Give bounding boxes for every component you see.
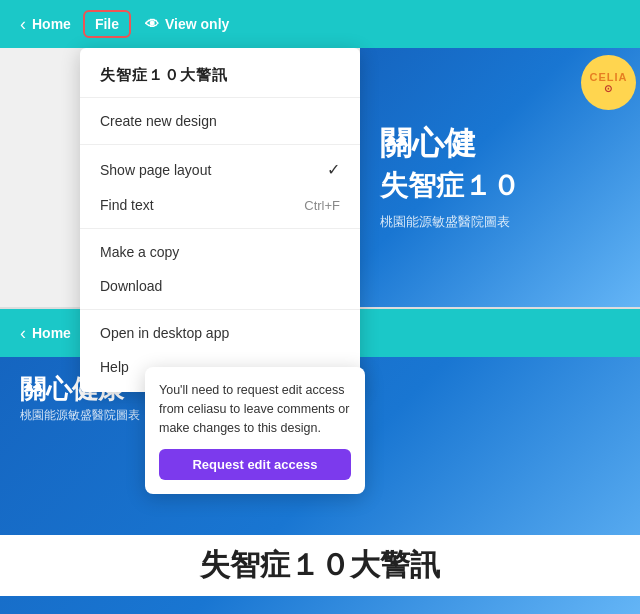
dropdown-title: 失智症１０大警訊 [80, 56, 360, 91]
menu-item-label: Download [100, 278, 162, 294]
chevron-left-icon: ‹ [20, 323, 26, 344]
celia-name: CELIA [590, 71, 628, 83]
tooltip-text: You'll need to request edit access from … [159, 381, 351, 437]
celia-logo: CELIA ⊙ [581, 55, 636, 110]
divider-2 [80, 144, 360, 145]
menu-item-open-desktop[interactable]: Open in desktop app [80, 316, 360, 350]
canvas-main-text: 關心健 [380, 124, 476, 162]
menu-item-find-text[interactable]: Find text Ctrl+F [80, 188, 360, 222]
view-only-nav-item[interactable]: 👁 View only [135, 12, 239, 36]
request-edit-access-button[interactable]: Request edit access [159, 449, 351, 480]
view-only-label: View only [165, 16, 229, 32]
menu-item-label: Create new design [100, 113, 217, 129]
menu-item-create-new-design[interactable]: Create new design [80, 104, 360, 138]
bottom-home-back-button[interactable]: ‹ Home [12, 319, 79, 348]
home-label: Home [32, 325, 71, 341]
menu-item-label: Open in desktop app [100, 325, 229, 341]
menu-item-make-copy[interactable]: Make a copy [80, 235, 360, 269]
check-icon: ✓ [327, 160, 340, 179]
menu-item-label: Help [100, 359, 129, 375]
menu-item-label: Find text [100, 197, 154, 213]
edit-access-tooltip: You'll need to request edit access from … [145, 367, 365, 494]
shortcut-label: Ctrl+F [304, 198, 340, 213]
menu-item-label: Make a copy [100, 244, 179, 260]
divider-3 [80, 228, 360, 229]
menu-item-label: Show page layout [100, 162, 211, 178]
menu-item-download[interactable]: Download [80, 269, 360, 303]
canvas-sub-text: 桃園能源敏盛醫院圖表 [380, 213, 510, 231]
file-dropdown-menu: 失智症１０大警訊 Create new design Show page lay… [80, 48, 360, 392]
home-label: Home [32, 16, 71, 32]
chevron-left-icon: ‹ [20, 14, 26, 35]
file-label: File [95, 16, 119, 32]
menu-item-show-page-layout[interactable]: Show page layout ✓ [80, 151, 360, 188]
canvas-bottom-title: 失智症１０大警訊 [0, 535, 640, 596]
divider-4 [80, 309, 360, 310]
top-navbar: ‹ Home File 👁 View only [0, 0, 640, 48]
top-section: ‹ Home File 👁 View only 失智症１０大警訊 Create … [0, 0, 640, 307]
instagram-icon: ⊙ [604, 83, 613, 94]
eye-icon: 👁 [145, 16, 159, 32]
canvas-secondary-text: 失智症１０ [380, 167, 520, 205]
canvas-bottom-sub: 桃園能源敏盛醫院圖表 [20, 407, 140, 424]
divider-1 [80, 97, 360, 98]
home-back-button[interactable]: ‹ Home [12, 10, 79, 39]
file-menu-button[interactable]: File [83, 10, 131, 38]
